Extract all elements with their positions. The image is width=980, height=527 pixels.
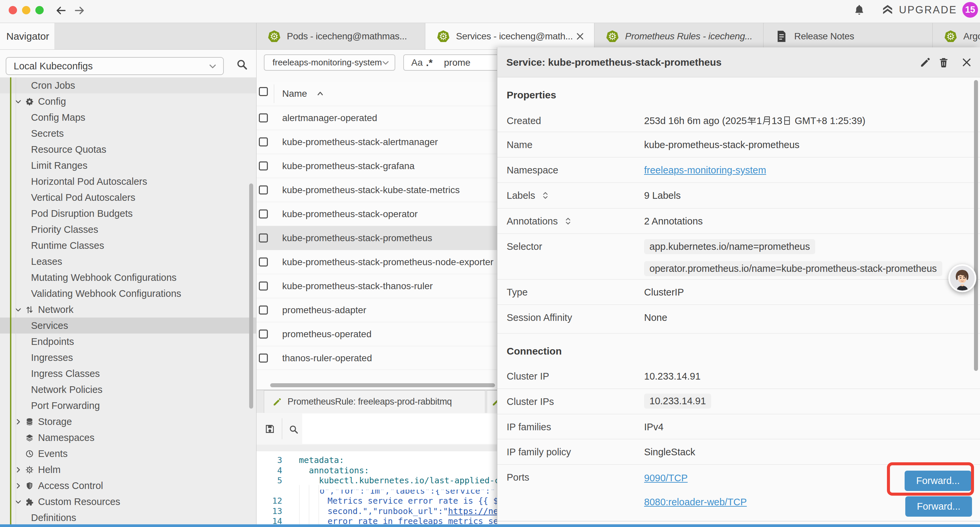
editor-search-icon[interactable] [288,424,299,434]
sidebar-item-config[interactable]: Config [0,93,256,110]
column-header-name[interactable]: Name [282,82,307,106]
row-checkbox[interactable] [259,306,268,315]
close-icon[interactable] [961,57,972,68]
tab-4[interactable]: Argo Serv [932,23,980,50]
sidebar-item-storage[interactable]: Storage [0,414,256,430]
session-affinity-label: Session Affinity [507,312,572,323]
port-link[interactable]: 8080:reloader-web/TCP [644,497,747,507]
annotations-label: Annotations [507,216,558,227]
row-checkbox[interactable] [259,161,268,170]
notification-count-badge[interactable]: 15 [963,2,978,18]
sidebar-item-priority-classes[interactable]: Priority Classes [0,221,256,237]
row-checkbox[interactable] [259,209,268,218]
sidebar-item-vertical-pod-autoscalers[interactable]: Vertical Pod Autoscalers [0,189,256,205]
history-back-icon[interactable] [56,5,66,16]
type-value: ClusterIP [644,287,684,298]
row-checkbox[interactable] [259,282,268,291]
sort-toggle-icon[interactable] [564,217,573,226]
drawer-body: Properties Connection Created253d 16h 6m… [497,77,980,524]
name-label: Name [507,139,532,150]
sidebar-item-cron-jobs[interactable]: Cron Jobs [0,77,256,93]
tab-1[interactable]: Services - icecheng@math... [425,23,594,50]
select-all-checkbox[interactable] [259,87,268,96]
drawer-scrollbar[interactable] [974,80,978,371]
tab-0[interactable]: Pods - icecheng@mathmas... [256,23,425,50]
line-number: 3 [256,455,282,465]
sidebar-item-ingress-classes[interactable]: Ingress Classes [0,366,256,382]
sidebar-item-label: Vertical Pod Autoscalers [31,189,135,205]
traffic-light-minimize[interactable] [22,6,30,14]
sidebar-item-runtime-classes[interactable]: Runtime Classes [0,237,256,253]
row-checkbox[interactable] [259,137,268,146]
sidebar-item-port-forwarding[interactable]: Port Forwarding [0,398,256,414]
regex-toggle[interactable]: .* [426,55,433,70]
tab-2[interactable]: Prometheus Rules - icecheng... [594,23,764,50]
line-number: 5 [256,475,282,486]
sidebar-item-horizontal-pod-autoscalers[interactable]: Horizontal Pod Autoscalers [0,174,256,189]
match-case-toggle[interactable]: Aa [411,55,423,70]
sidebar-search-icon[interactable] [236,58,248,70]
service-name: prometheus-operated [282,322,372,346]
row-checkbox[interactable] [259,113,268,123]
cluster-ips-badge: 10.233.14.91 [644,393,711,409]
history-forward-icon[interactable] [74,5,85,16]
sidebar-item-helm[interactable]: Helm [0,462,256,478]
tab-3[interactable]: Release Notes [764,23,932,50]
sidebar-item-access-control[interactable]: Access Control [0,478,256,494]
traffic-light-close[interactable] [9,6,17,14]
sidebar-scrollbar[interactable] [249,183,253,409]
sidebar-item-label: Access Control [38,478,103,494]
sidebar-item-validating-webhook-configurations[interactable]: Validating Webhook Configurations [0,285,256,301]
list-search-input[interactable]: Aa .* prome [403,54,501,71]
namespace-select[interactable]: freeleaps-monitoring-system [264,54,395,71]
sidebar-item-events[interactable]: Events [0,446,256,462]
sidebar-item-config-maps[interactable]: Config Maps [0,110,256,126]
sidebar-item-label: Custom Resources [38,494,121,509]
sidebar-item-secrets[interactable]: Secrets [0,126,256,142]
sidebar-item-definitions[interactable]: Definitions [0,509,256,525]
sidebar-item-services[interactable]: Services [0,318,256,334]
selector-badge: operator.prometheus.io/name=kube-prometh… [644,261,942,276]
sidebar-item-mutating-webhook-configurations[interactable]: Mutating Webhook Configurations [0,269,256,285]
row-checkbox[interactable] [259,185,268,194]
sidebar-item-custom-resources[interactable]: Custom Resources [0,494,256,509]
tab-bar: Navigator Pods - icecheng@mathmas... Ser… [0,23,980,50]
sidebar-item-label: Helm [38,462,61,478]
sidebar-item-endpoints[interactable]: Endpoints [0,334,256,350]
sort-toggle-icon[interactable] [541,191,550,200]
traffic-light-zoom[interactable] [35,6,44,14]
row-checkbox[interactable] [259,330,268,339]
sidebar-item-limit-ranges[interactable]: Limit Ranges [0,158,256,174]
save-icon[interactable] [264,424,275,434]
navigator-tree: Cron Jobs Config Config Maps Secrets Res… [0,77,256,527]
tab-close-button[interactable] [575,32,585,41]
namespace-link[interactable]: freeleaps-monitoring-system [644,165,766,175]
avatar[interactable] [948,264,976,292]
notifications-bell-icon[interactable] [854,4,865,15]
sidebar-item-resource-quotas[interactable]: Resource Quotas [0,142,256,158]
sidebar-item-namespaces[interactable]: Namespaces [0,430,256,446]
sort-ascending-icon[interactable] [316,89,325,98]
sidebar-item-ingresses[interactable]: Ingresses [0,350,256,366]
row-checkbox[interactable] [259,353,268,363]
delete-icon[interactable] [938,57,949,68]
edit-icon[interactable] [920,57,931,68]
table-horizontal-scrollbar[interactable] [270,383,495,387]
sidebar-item-pod-disruption-budgets[interactable]: Pod Disruption Budgets [0,205,256,221]
tab-label: Services - icecheng@math... [456,23,573,50]
sidebar-item-network-policies[interactable]: Network Policies [0,382,256,398]
sidebar-item-label: Services [31,318,68,334]
row-checkbox[interactable] [259,234,268,242]
dock-tab-prometheusrule[interactable]: PrometheusRule: freeleaps-prod-rabbitmq [264,390,485,413]
annotation-highlight [887,462,974,496]
close-icon [575,32,585,41]
upgrade-button[interactable]: UPGRADE [881,4,957,18]
kubeconfig-select[interactable]: Local Kubeconfigs [6,57,224,75]
sidebar-item-network[interactable]: Network [0,301,256,318]
forward-button-8080[interactable]: Forward... [905,496,972,517]
port-link[interactable]: 9090/TCP [644,473,688,483]
row-checkbox[interactable] [259,258,268,266]
service-name: kube-prometheus-stack-prometheus [282,226,432,250]
ip-families-label: IP families [507,422,551,433]
sidebar-item-leases[interactable]: Leases [0,253,256,269]
